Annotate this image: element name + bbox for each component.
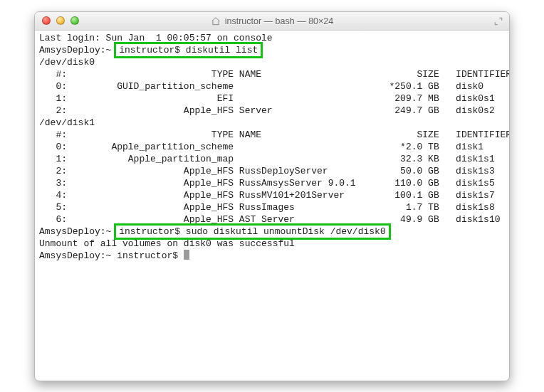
- table-row: 1: EFI 209.7 MB disk0s1: [39, 92, 505, 105]
- titlebar[interactable]: instructor — bash — 80×24: [35, 12, 509, 31]
- prompt-line: AmsysDeploy:~ instructor$ sudo diskutil …: [39, 226, 505, 238]
- table-row: 2: Apple_HFS Server 249.7 GB disk0s2: [39, 105, 505, 117]
- table-row: 1: Apple_partition_map 32.3 KB disk1s1: [39, 153, 505, 165]
- table-header: #: TYPE NAME SIZE IDENTIFIER: [39, 68, 505, 80]
- traffic-lights: [42, 16, 79, 25]
- prompt-line: AmsysDeploy:~ instructor$: [39, 250, 505, 262]
- dev-path: /dev/disk1: [39, 117, 505, 129]
- fullscreen-icon[interactable]: [493, 16, 503, 26]
- table-header: #: TYPE NAME SIZE IDENTIFIER: [39, 129, 505, 141]
- zoom-icon[interactable]: [70, 16, 79, 25]
- result-line: Unmount of all volumes on disk0 was succ…: [39, 238, 505, 250]
- table-row: 0: GUID_partition_scheme *250.1 GB disk0: [39, 80, 505, 92]
- terminal-window: instructor — bash — 80×24 Last login: Su…: [34, 11, 510, 381]
- dev-path: /dev/disk0: [39, 56, 505, 68]
- table-row: 3: Apple_HFS RussAmsysServer 9.0.1 110.0…: [39, 177, 505, 189]
- highlight-cmd-1: instructor$ diskutil list: [114, 42, 263, 58]
- table-row: 5: Apple_HFS RussImages 1.7 TB disk1s8: [39, 201, 505, 213]
- cursor-block: [184, 250, 189, 260]
- window-title: instructor — bash — 80×24: [225, 16, 334, 26]
- table-row: 0: Apple_partition_scheme *2.0 TB disk1: [39, 141, 505, 153]
- table-row: 2: Apple_HFS RussDeployServer 50.0 GB di…: [39, 165, 505, 177]
- close-icon[interactable]: [42, 16, 51, 25]
- table-row: 4: Apple_HFS RussMV101+201Server 100.1 G…: [39, 189, 505, 201]
- prompt-line: AmsysDeploy:~ instructor$ diskutil list: [39, 44, 505, 56]
- window-title-group: instructor — bash — 80×24: [211, 16, 334, 26]
- minimize-icon[interactable]: [56, 16, 65, 25]
- home-icon: [211, 16, 221, 26]
- terminal-output[interactable]: Last login: Sun Jan 1 00:05:57 on consol…: [35, 31, 509, 266]
- last-login: Last login: Sun Jan 1 00:05:57 on consol…: [39, 32, 505, 44]
